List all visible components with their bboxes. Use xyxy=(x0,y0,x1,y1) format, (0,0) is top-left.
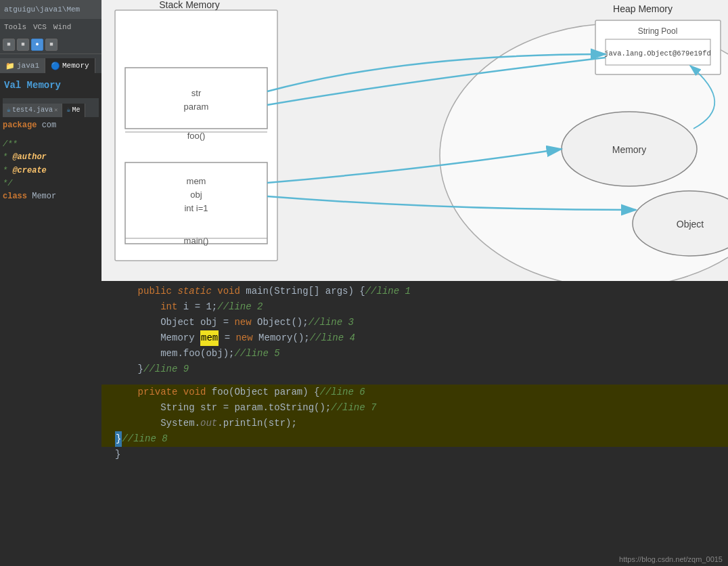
svg-text:str: str xyxy=(191,88,202,98)
menu-tools[interactable]: Tools xyxy=(4,23,26,31)
svg-text:param: param xyxy=(184,102,209,112)
toolbar-btn-4[interactable]: ■ xyxy=(45,39,58,51)
code-line-final-close: } xyxy=(101,447,728,462)
svg-text:main(): main() xyxy=(184,236,209,246)
breadcrumb-text: atguigu\java1\Mem xyxy=(4,5,80,14)
tab-test4[interactable]: ☕test4.java ✕ xyxy=(3,104,62,117)
toolbar-btn-1[interactable]: ■ xyxy=(3,39,15,51)
code-line-println: System.out.println(str); xyxy=(101,416,728,431)
breadcrumb-bar: atguigu\java1\Mem xyxy=(0,0,101,19)
comment-start: /** xyxy=(3,138,99,151)
author-line: * @author xyxy=(3,151,99,164)
code-line-close-main: }//line 9 xyxy=(101,362,728,377)
toolbar-row: ■ ■ ● ■ xyxy=(0,35,101,54)
svg-text:Heap Memory: Heap Memory xyxy=(613,3,673,14)
menu-row: Tools VCS Wind xyxy=(0,19,101,35)
blank-line xyxy=(3,133,99,138)
toolbar-btn-3[interactable]: ● xyxy=(31,39,43,51)
toolbar-btn-2[interactable]: ■ xyxy=(17,39,29,51)
code-line-string-str: String str = param.toString();//line 7 xyxy=(101,400,728,416)
highlight-mem: mem xyxy=(200,330,219,346)
left-code-panel: atguigu\java1\Mem Tools VCS Wind ■ ■ ● ■… xyxy=(0,0,101,566)
svg-rect-3 xyxy=(125,68,267,129)
package-line: package com xyxy=(3,118,99,133)
svg-text:String Pool: String Pool xyxy=(638,26,678,36)
code-left-content: ☕test4.java ✕ ☕Me package com /** * @aut… xyxy=(0,97,101,204)
code-line-obj: Object obj = new Object();//line 3 xyxy=(101,315,728,330)
diagram-area: Stack Memory str param foo() mem obj int… xyxy=(101,0,728,281)
svg-text:Stack Memory: Stack Memory xyxy=(159,0,219,10)
code-line-foo: mem.foo(obj);//line 5 xyxy=(101,346,728,362)
svg-text:mem: mem xyxy=(187,176,206,186)
code-line-close-foo: }//line 8 xyxy=(101,431,728,447)
code-line-int: int i = 1;//line 2 xyxy=(101,299,728,315)
comment-end: */ xyxy=(3,177,99,190)
svg-text:Object: Object xyxy=(677,219,704,230)
menu-wind[interactable]: Wind xyxy=(53,23,71,31)
menu-vcs[interactable]: VCS xyxy=(33,23,47,31)
svg-text:Memory: Memory xyxy=(612,144,647,155)
create-line: * @create xyxy=(3,165,99,177)
val-memory-label: Val Memory xyxy=(0,73,101,97)
svg-text:java.lang.Object@679e19fd: java.lang.Object@679e19fd xyxy=(604,49,711,58)
code-editor: public static void main(String[] args) {… xyxy=(101,281,728,566)
code-spacer xyxy=(101,378,728,385)
code-section-foo: private void foo(Object param) {//line 6… xyxy=(101,385,728,447)
watermark: https://blog.csdn.net/zqm_0015 xyxy=(619,555,723,563)
tab-memory[interactable]: 🔵 Memory xyxy=(45,58,95,73)
code-left-tabs: ☕test4.java ✕ ☕Me xyxy=(3,98,99,117)
code-line-private-foo: private void foo(Object param) {//line 6 xyxy=(101,385,728,400)
svg-text:int i=1: int i=1 xyxy=(184,203,208,213)
tab-me[interactable]: ☕Me xyxy=(62,104,85,117)
code-line-main: public static void main(String[] args) {… xyxy=(101,281,728,299)
class-line: class Memor xyxy=(3,190,99,203)
tabs-row: 📁 java1 🔵 Memory xyxy=(0,54,101,73)
memory-diagram-svg: Stack Memory str param foo() mem obj int… xyxy=(101,0,728,281)
svg-text:obj: obj xyxy=(190,190,202,200)
highlight-close-brace: } xyxy=(115,431,122,447)
tab-java1[interactable]: 📁 java1 xyxy=(0,58,45,73)
code-line-mem: Memory mem = new Memory();//line 4 xyxy=(101,330,728,346)
